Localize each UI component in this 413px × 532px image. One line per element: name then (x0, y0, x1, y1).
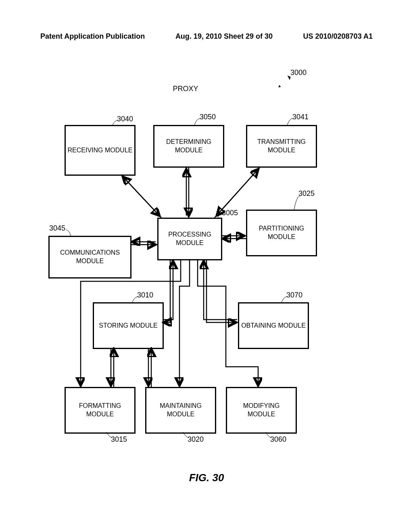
proxy-diagram: PROXY 3000 RECEIVING MODULE 3040 DETERMI… (40, 56, 373, 484)
arrows-layer (40, 56, 373, 484)
svg-line-2 (121, 175, 159, 216)
page: Patent Application Publication Aug. 19, … (0, 0, 413, 532)
header-left: Patent Application Publication (40, 32, 145, 41)
figure-label: FIG. 30 (0, 472, 413, 484)
header-right: US 2010/0208703 A1 (303, 32, 373, 41)
page-header: Patent Application Publication Aug. 19, … (40, 32, 373, 41)
svg-line-6 (217, 167, 260, 215)
header-center: Aug. 19, 2010 Sheet 29 of 30 (175, 32, 273, 41)
